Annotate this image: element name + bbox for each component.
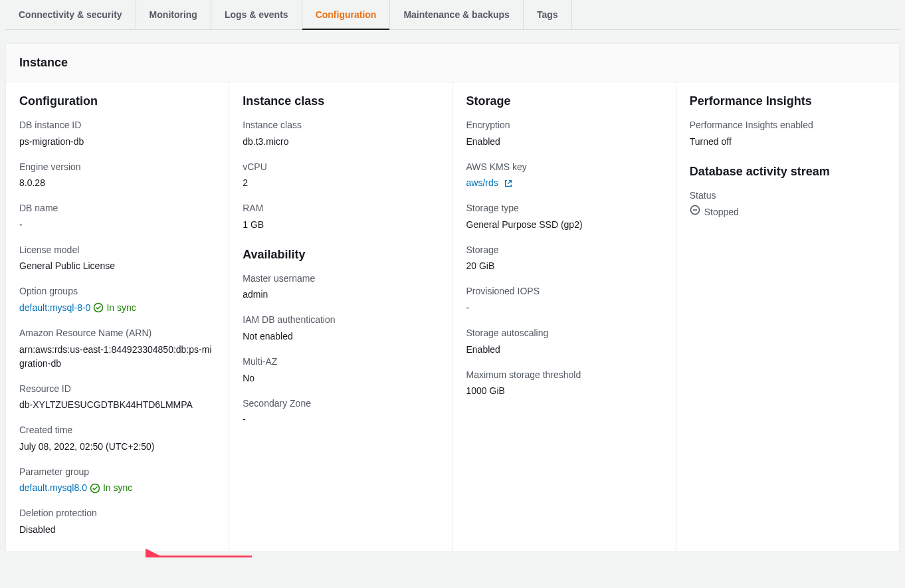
value-deletion-protection: Disabled	[19, 523, 215, 537]
tab-monitoring[interactable]: Monitoring	[136, 0, 211, 29]
section-title-configuration: Configuration	[19, 94, 215, 108]
field-pi-enabled: Performance Insights enabled Turned off	[690, 119, 886, 149]
field-secondary-zone: Secondary Zone -	[243, 397, 439, 427]
label-master-username: Master username	[243, 272, 439, 286]
field-activity-status: Status Stopped	[690, 189, 886, 220]
check-circle-icon	[93, 302, 104, 313]
value-created-time: July 08, 2022, 02:50 (UTC+2:50)	[19, 440, 215, 454]
value-multi-az: No	[243, 371, 439, 385]
tab-maintenance[interactable]: Maintenance & backups	[390, 0, 524, 29]
label-vcpu: vCPU	[243, 161, 439, 174]
field-provisioned-iops: Provisioned IOPS -	[466, 285, 662, 315]
label-storage-type: Storage type	[466, 202, 662, 215]
label-deletion-protection: Deletion protection	[19, 507, 215, 520]
label-encryption: Encryption	[466, 119, 662, 132]
value-engine-version: 8.0.28	[19, 176, 215, 190]
value-storage-type: General Purpose SSD (gp2)	[466, 218, 662, 232]
value-master-username: admin	[243, 288, 439, 302]
field-max-storage-threshold: Maximum storage threshold 1000 GiB	[466, 369, 662, 399]
section-title-availability: Availability	[243, 248, 439, 262]
value-activity-status: Stopped	[704, 205, 739, 219]
field-arn: Amazon Resource Name (ARN) arn:aws:rds:u…	[19, 327, 215, 371]
field-kms-key: AWS KMS key aws/rds	[466, 161, 662, 191]
external-link-icon	[504, 179, 513, 188]
value-license-model: General Public License	[19, 259, 215, 273]
value-instance-class: db.t3.micro	[243, 135, 439, 149]
label-provisioned-iops: Provisioned IOPS	[466, 285, 662, 298]
link-kms-key[interactable]: aws/rds	[466, 176, 498, 190]
field-ram: RAM 1 GB	[243, 202, 439, 232]
value-db-instance-id: ps-migration-db	[19, 135, 215, 149]
label-storage: Storage	[466, 244, 662, 257]
instance-card: Instance Configuration DB instance ID ps…	[5, 43, 900, 552]
column-storage: Storage Encryption Enabled AWS KMS key a…	[453, 82, 676, 551]
tab-configuration[interactable]: Configuration	[302, 0, 391, 29]
tab-tags[interactable]: Tags	[524, 0, 572, 29]
column-performance: Performance Insights Performance Insight…	[676, 82, 899, 551]
field-engine-version: Engine version 8.0.28	[19, 161, 215, 191]
field-resource-id: Resource ID db-XYLTZUESUCGDTBK44HTD6LMMP…	[19, 383, 215, 413]
field-iam-auth: IAM DB authentication Not enabled	[243, 314, 439, 343]
tabs-bar: Connectivity & security Monitoring Logs …	[5, 0, 900, 30]
field-option-groups: Option groups default:mysql-8-0 In sync	[19, 285, 215, 315]
label-secondary-zone: Secondary Zone	[243, 397, 439, 411]
label-multi-az: Multi-AZ	[243, 355, 439, 369]
value-secondary-zone: -	[243, 413, 439, 427]
label-pi-enabled: Performance Insights enabled	[690, 119, 886, 132]
field-storage-autoscaling: Storage autoscaling Enabled	[466, 327, 662, 357]
label-db-name: DB name	[19, 202, 215, 215]
field-multi-az: Multi-AZ No	[243, 355, 439, 385]
value-storage: 20 GiB	[466, 259, 662, 273]
label-activity-status: Status	[690, 189, 886, 203]
value-arn: arn:aws:rds:us-east-1:844923304850:db:ps…	[19, 343, 215, 371]
column-instance-class: Instance class Instance class db.t3.micr…	[229, 82, 452, 551]
field-db-name: DB name -	[19, 202, 215, 232]
section-title-storage: Storage	[466, 94, 662, 108]
card-body: Configuration DB instance ID ps-migratio…	[6, 82, 899, 551]
value-storage-autoscaling: Enabled	[466, 343, 662, 357]
card-title: Instance	[19, 56, 886, 70]
column-configuration: Configuration DB instance ID ps-migratio…	[6, 82, 229, 551]
label-resource-id: Resource ID	[19, 383, 215, 396]
stopped-icon	[690, 205, 700, 219]
value-db-name: -	[19, 218, 215, 232]
label-instance-class: Instance class	[243, 119, 439, 132]
label-ram: RAM	[243, 202, 439, 215]
label-license-model: License model	[19, 244, 215, 257]
section-title-activity-stream: Database activity stream	[690, 165, 886, 179]
label-option-groups: Option groups	[19, 285, 215, 298]
status-parameter-group: In sync	[103, 481, 132, 495]
field-storage: Storage 20 GiB	[466, 244, 662, 274]
label-engine-version: Engine version	[19, 161, 215, 174]
value-vcpu: 2	[243, 176, 439, 190]
field-license-model: License model General Public License	[19, 244, 215, 274]
label-arn: Amazon Resource Name (ARN)	[19, 327, 215, 340]
tab-connectivity[interactable]: Connectivity & security	[12, 0, 136, 29]
status-option-group: In sync	[106, 301, 136, 315]
section-title-performance-insights: Performance Insights	[690, 94, 886, 108]
label-iam-auth: IAM DB authentication	[243, 314, 439, 327]
link-option-group[interactable]: default:mysql-8-0	[19, 301, 90, 315]
field-master-username: Master username admin	[243, 272, 439, 302]
value-encryption: Enabled	[466, 135, 662, 149]
link-parameter-group[interactable]: default.mysql8.0	[19, 481, 87, 495]
value-ram: 1 GB	[243, 218, 439, 232]
field-storage-type: Storage type General Purpose SSD (gp2)	[466, 202, 662, 232]
label-created-time: Created time	[19, 424, 215, 437]
label-storage-autoscaling: Storage autoscaling	[466, 327, 662, 340]
value-provisioned-iops: -	[466, 301, 662, 315]
card-header: Instance	[6, 44, 899, 82]
value-resource-id: db-XYLTZUESUCGDTBK44HTD6LMMPA	[19, 398, 215, 412]
label-max-storage-threshold: Maximum storage threshold	[466, 369, 662, 382]
field-created-time: Created time July 08, 2022, 02:50 (UTC+2…	[19, 424, 215, 454]
value-max-storage-threshold: 1000 GiB	[466, 384, 662, 398]
field-db-instance-id: DB instance ID ps-migration-db	[19, 119, 215, 149]
label-kms-key: AWS KMS key	[466, 161, 662, 174]
field-vcpu: vCPU 2	[243, 161, 439, 191]
label-parameter-group: Parameter group	[19, 466, 215, 479]
tab-logs[interactable]: Logs & events	[211, 0, 302, 29]
value-pi-enabled: Turned off	[690, 135, 886, 149]
value-iam-auth: Not enabled	[243, 330, 439, 343]
field-deletion-protection: Deletion protection Disabled	[19, 507, 215, 537]
section-title-instance-class: Instance class	[243, 94, 439, 108]
